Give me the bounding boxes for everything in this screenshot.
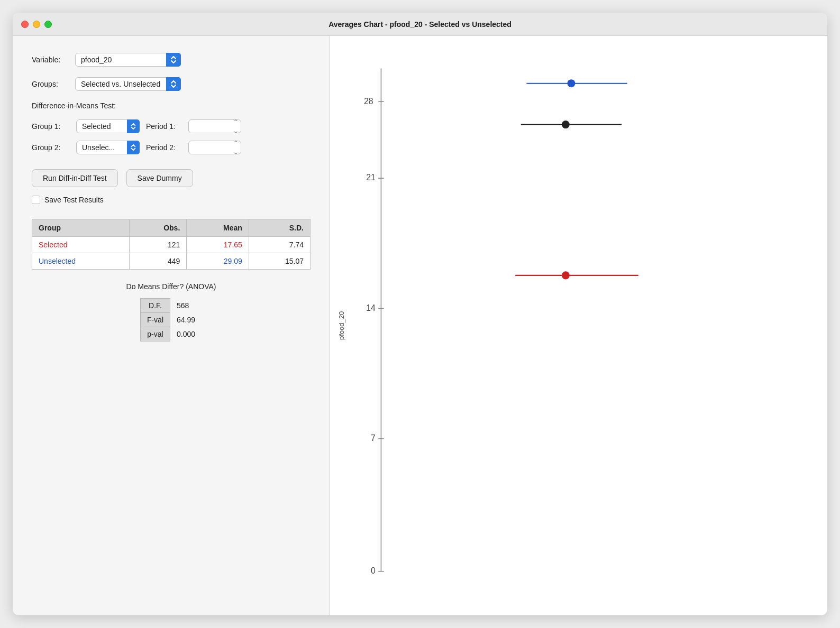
anova-label-cell: p-val: [140, 327, 170, 341]
anova-value-cell: 0.000: [170, 327, 202, 341]
anova-label-cell: D.F.: [140, 299, 170, 313]
group1-select-wrapper: Selected: [76, 119, 140, 133]
main-content: Variable: pfood_20 Groups:: [13, 36, 827, 615]
svg-text:21: 21: [366, 172, 376, 182]
svg-text:28: 28: [364, 96, 373, 105]
period2-select[interactable]: [188, 141, 241, 154]
table-cell-group: Unselected: [32, 253, 130, 270]
group2-label: Group 2:: [32, 143, 70, 152]
chart-inner: 0 7 14 21 28: [348, 57, 806, 594]
titlebar: Averages Chart - pfood_20 - Selected vs …: [13, 13, 827, 36]
period1-select[interactable]: [188, 119, 241, 133]
svg-point-14: [562, 121, 570, 128]
svg-text:7: 7: [371, 433, 376, 442]
anova-label-cell: F-val: [140, 313, 170, 327]
table-cell-mean: 29.09: [187, 253, 249, 270]
stats-table-head: Group Obs. Mean S.D.: [32, 219, 311, 237]
period1-select-wrapper: ⌃⌄: [188, 119, 241, 133]
save-results-row: Save Test Results: [32, 196, 311, 204]
buttons-row: Run Diff-in-Diff Test Save Dummy: [32, 169, 311, 187]
group2-select[interactable]: Unselec...: [76, 141, 140, 154]
variable-label: Variable:: [32, 56, 75, 64]
variable-select[interactable]: pfood_20: [75, 53, 181, 67]
group2-row: Group 2: Unselec... Period 2:: [32, 141, 311, 154]
stats-table: Group Obs. Mean S.D. Selected12117.657.7…: [32, 219, 311, 270]
anova-table: D.F.568F-val64.99p-val0.000: [140, 298, 202, 341]
maximize-button[interactable]: [44, 21, 52, 28]
run-diff-button[interactable]: Run Diff-in-Diff Test: [32, 169, 118, 187]
chart-svg: 0 7 14 21 28: [348, 57, 806, 594]
diff-section: Difference-in-Means Test: Group 1: Selec…: [32, 101, 311, 154]
save-results-checkbox[interactable]: [32, 196, 40, 204]
traffic-lights: [21, 21, 52, 28]
table-cell-sd: 15.07: [249, 253, 310, 270]
save-results-label: Save Test Results: [44, 196, 104, 204]
period2-select-wrapper: ⌃⌄: [188, 141, 241, 154]
period2-label: Period 2:: [146, 143, 182, 152]
col-sd: S.D.: [249, 219, 310, 237]
table-row: Selected12117.657.74: [32, 237, 311, 253]
col-obs: Obs.: [129, 219, 187, 237]
diff-section-title: Difference-in-Means Test:: [32, 101, 311, 110]
minimize-button[interactable]: [33, 21, 40, 28]
table-cell-group: Selected: [32, 237, 130, 253]
groups-label: Groups:: [32, 80, 75, 88]
save-dummy-button[interactable]: Save Dummy: [126, 169, 193, 187]
variable-row: Variable: pfood_20: [32, 53, 311, 67]
group2-select-wrapper: Unselec...: [76, 141, 140, 154]
anova-value-cell: 64.99: [170, 313, 202, 327]
table-cell-mean: 17.65: [187, 237, 249, 253]
anova-row: F-val64.99: [140, 313, 202, 327]
window-title: Averages Chart - pfood_20 - Selected vs …: [328, 20, 512, 29]
chart-y-label: pfood_20: [335, 57, 348, 594]
svg-point-16: [562, 271, 570, 279]
group1-label: Group 1:: [32, 122, 70, 131]
table-row: Unselected44929.0915.07: [32, 253, 311, 270]
svg-point-12: [568, 79, 576, 87]
chart-container: pfood_20 0 7: [330, 47, 817, 605]
chart-plot: 0 7 14 21 28: [348, 57, 806, 594]
left-panel: Variable: pfood_20 Groups:: [13, 36, 330, 615]
group1-select[interactable]: Selected: [76, 119, 140, 133]
groups-select-wrapper: Selected vs. Unselected: [75, 77, 181, 91]
col-mean: Mean: [187, 219, 249, 237]
col-group: Group: [32, 219, 130, 237]
svg-text:14: 14: [366, 303, 376, 312]
variable-select-wrapper: pfood_20: [75, 53, 181, 67]
table-cell-obs: 121: [129, 237, 187, 253]
table-cell-sd: 7.74: [249, 237, 310, 253]
close-button[interactable]: [21, 21, 29, 28]
anova-row: p-val0.000: [140, 327, 202, 341]
svg-text:0: 0: [371, 566, 376, 575]
period1-label: Period 1:: [146, 122, 182, 131]
right-panel: pfood_20 0 7: [330, 36, 827, 615]
group1-row: Group 1: Selected Period 1:: [32, 119, 311, 133]
anova-row: D.F.568: [140, 299, 202, 313]
groups-select[interactable]: Selected vs. Unselected: [75, 77, 181, 91]
stats-table-body: Selected12117.657.74Unselected44929.0915…: [32, 237, 311, 270]
anova-section: Do Means Differ? (ANOVA) D.F.568F-val64.…: [32, 282, 311, 341]
table-cell-obs: 449: [129, 253, 187, 270]
anova-value-cell: 568: [170, 299, 202, 313]
anova-title: Do Means Differ? (ANOVA): [126, 282, 216, 291]
groups-row: Groups: Selected vs. Unselected: [32, 77, 311, 91]
